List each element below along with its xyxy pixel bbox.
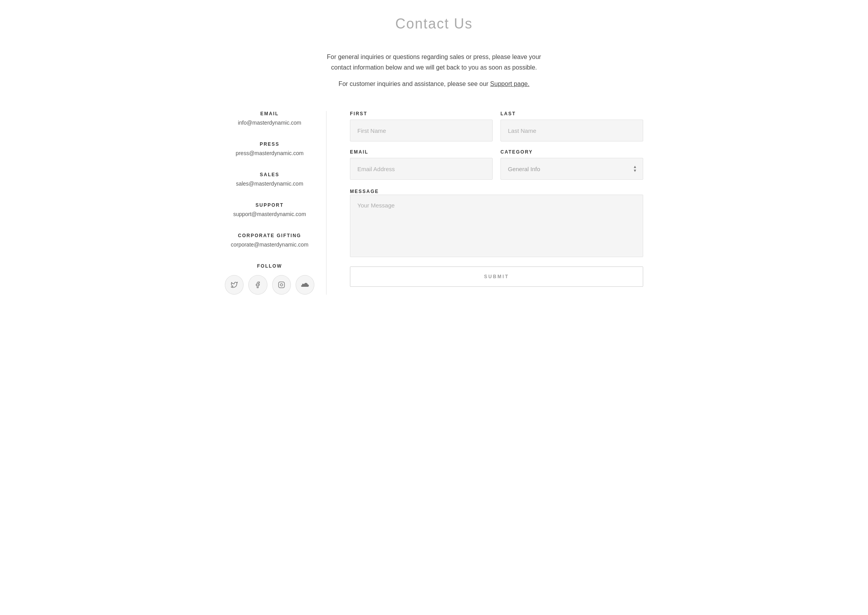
sales-label: SALES	[225, 172, 314, 177]
support-page-link[interactable]: Support page.	[490, 80, 530, 87]
email-field: EMAIL	[350, 149, 493, 180]
category-select-wrapper: General Info Sales Press Support Corpora…	[500, 158, 643, 180]
press-label: PRESS	[225, 141, 314, 147]
email-label: EMAIL	[225, 111, 314, 116]
first-name-label: FIRST	[350, 111, 493, 116]
press-section: PRESS press@masterdynamic.com	[225, 141, 314, 156]
category-label: CATEGORY	[500, 149, 643, 155]
submit-row: SUBMIT	[350, 266, 643, 287]
page-container: Contact Us For general inquiries or ques…	[217, 0, 651, 326]
svg-rect-0	[278, 282, 284, 288]
follow-label: FOLLOW	[225, 263, 314, 269]
message-textarea[interactable]	[350, 195, 643, 257]
last-name-input[interactable]	[500, 120, 643, 141]
left-sidebar: EMAIL info@masterdynamic.com PRESS press…	[225, 111, 326, 295]
submit-button[interactable]: SUBMIT	[350, 266, 643, 287]
page-title: Contact Us	[225, 16, 643, 32]
sales-section: SALES sales@masterdynamic.com	[225, 172, 314, 187]
last-name-field: LAST	[500, 111, 643, 141]
corporate-gifting-label: CORPORATE GIFTING	[225, 233, 314, 238]
facebook-icon[interactable]	[248, 275, 267, 295]
intro-text: For general inquiries or questions regar…	[225, 52, 643, 73]
name-row: FIRST LAST	[350, 111, 643, 141]
email-section: EMAIL info@masterdynamic.com	[225, 111, 314, 126]
message-label: MESSAGE	[350, 189, 379, 194]
first-name-field: FIRST	[350, 111, 493, 141]
corporate-gifting-section: CORPORATE GIFTING corporate@masterdynami…	[225, 233, 314, 248]
first-name-input[interactable]	[350, 120, 493, 141]
message-field: MESSAGE	[350, 188, 643, 259]
support-value: support@masterdynamic.com	[225, 211, 314, 217]
corporate-gifting-value: corporate@masterdynamic.com	[225, 241, 314, 248]
soundcloud-icon[interactable]	[296, 275, 314, 295]
category-field: CATEGORY General Info Sales Press Suppor…	[500, 149, 643, 180]
email-form-label: EMAIL	[350, 149, 493, 155]
support-label: SUPPORT	[225, 202, 314, 208]
content-layout: EMAIL info@masterdynamic.com PRESS press…	[225, 111, 643, 295]
follow-section: FOLLOW	[225, 263, 314, 295]
email-input[interactable]	[350, 158, 493, 180]
support-line: For customer inquiries and assistance, p…	[225, 80, 643, 88]
category-select[interactable]: General Info Sales Press Support Corpora…	[500, 158, 643, 180]
sales-value: sales@masterdynamic.com	[225, 181, 314, 187]
social-icons	[225, 275, 314, 295]
twitter-icon[interactable]	[225, 275, 244, 295]
contact-form: FIRST LAST EMAIL CATEGORY Gene	[350, 111, 643, 287]
email-value: info@masterdynamic.com	[225, 120, 314, 126]
email-category-row: EMAIL CATEGORY General Info Sales Press …	[350, 149, 643, 180]
instagram-icon[interactable]	[272, 275, 291, 295]
press-value: press@masterdynamic.com	[225, 150, 314, 156]
last-name-label: LAST	[500, 111, 643, 116]
support-section: SUPPORT support@masterdynamic.com	[225, 202, 314, 217]
